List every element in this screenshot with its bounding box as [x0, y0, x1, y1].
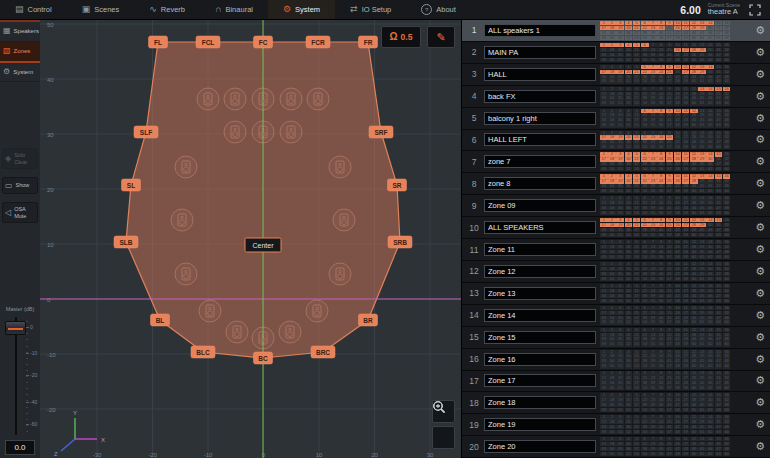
matrix-cell[interactable]: 39: [649, 228, 657, 232]
matrix-cell[interactable]: 43: [682, 184, 690, 188]
matrix-cell[interactable]: 10: [674, 152, 682, 156]
matrix-cell[interactable]: 31: [715, 157, 723, 161]
matrix-cell[interactable]: 14: [706, 65, 714, 69]
matrix-cell[interactable]: 43: [682, 359, 690, 363]
matrix-cell[interactable]: 32: [723, 26, 731, 30]
matrix-cell[interactable]: 61: [698, 452, 706, 456]
matrix-cell[interactable]: 44: [690, 75, 698, 79]
matrix-cell[interactable]: 61: [698, 145, 706, 149]
matrix-cell[interactable]: 53: [633, 36, 641, 40]
matrix-cell[interactable]: 40: [657, 337, 665, 341]
matrix-cell[interactable]: 13: [698, 65, 706, 69]
matrix-cell[interactable]: 43: [682, 403, 690, 407]
matrix-cell[interactable]: 59: [682, 320, 690, 324]
matrix-cell[interactable]: 64: [723, 211, 731, 215]
matrix-cell[interactable]: 64: [723, 58, 731, 62]
matrix-cell[interactable]: 39: [649, 53, 657, 57]
matrix-cell[interactable]: 30: [706, 135, 714, 139]
matrix-cell[interactable]: 20: [625, 442, 633, 446]
matrix-cell[interactable]: 27: [682, 92, 690, 96]
matrix-cell[interactable]: 58: [674, 79, 682, 83]
matrix-cell[interactable]: 32: [723, 442, 731, 446]
matrix-cell[interactable]: 47: [715, 206, 723, 210]
matrix-cell[interactable]: 51: [616, 211, 624, 215]
matrix-cell[interactable]: 20: [625, 70, 633, 74]
matrix-cell[interactable]: 49: [600, 79, 608, 83]
matrix-cell[interactable]: 37: [633, 425, 641, 429]
zone-name-input[interactable]: [484, 440, 596, 453]
matrix-cell[interactable]: 21: [633, 333, 641, 337]
tab-io-setup[interactable]: ⇄IO Setup: [335, 0, 406, 19]
matrix-cell[interactable]: 31: [715, 398, 723, 402]
matrix-cell[interactable]: 12: [690, 174, 698, 178]
matrix-cell[interactable]: 4: [625, 240, 633, 244]
matrix-cell[interactable]: 6: [641, 393, 649, 397]
matrix-cell[interactable]: 57: [666, 101, 674, 105]
matrix-cell[interactable]: 38: [641, 294, 649, 298]
matrix-cell[interactable]: 50: [608, 320, 616, 324]
matrix-cell[interactable]: 56: [657, 58, 665, 62]
matrix-cell[interactable]: 51: [616, 452, 624, 456]
matrix-cell[interactable]: 57: [666, 211, 674, 215]
matrix-cell[interactable]: 51: [616, 255, 624, 259]
matrix-cell[interactable]: 54: [641, 101, 649, 105]
speaker-label-br[interactable]: BR: [359, 314, 378, 326]
matrix-cell[interactable]: 8: [657, 152, 665, 156]
matrix-cell[interactable]: 53: [633, 364, 641, 368]
matrix-cell[interactable]: 7: [649, 240, 657, 244]
matrix-cell[interactable]: 54: [641, 320, 649, 324]
matrix-cell[interactable]: 2: [608, 284, 616, 288]
matrix-cell[interactable]: 43: [682, 96, 690, 100]
matrix-cell[interactable]: 32: [723, 70, 731, 74]
matrix-cell[interactable]: 29: [698, 442, 706, 446]
matrix-cell[interactable]: 21: [633, 70, 641, 74]
matrix-cell[interactable]: 35: [616, 184, 624, 188]
matrix-cell[interactable]: 11: [682, 131, 690, 135]
tool-osa-mute[interactable]: ◁OSA Mute: [2, 202, 38, 223]
matrix-cell[interactable]: 40: [657, 294, 665, 298]
matrix-cell[interactable]: 20: [625, 179, 633, 183]
matrix-cell[interactable]: 21: [633, 420, 641, 424]
matrix-cell[interactable]: 54: [641, 364, 649, 368]
matrix-cell[interactable]: 51: [616, 233, 624, 237]
matrix-cell[interactable]: 11: [682, 371, 690, 375]
matrix-cell[interactable]: 7: [649, 350, 657, 354]
fullscreen-button[interactable]: [747, 3, 763, 16]
matrix-cell[interactable]: 3: [616, 174, 624, 178]
matrix-cell[interactable]: 61: [698, 320, 706, 324]
matrix-cell[interactable]: 17: [600, 398, 608, 402]
matrix-cell[interactable]: 9: [666, 131, 674, 135]
zone-settings-gear-icon[interactable]: ⚙: [755, 332, 765, 343]
matrix-cell[interactable]: 10: [674, 65, 682, 69]
matrix-cell[interactable]: 4: [625, 131, 633, 135]
matrix-cell[interactable]: 23: [649, 420, 657, 424]
matrix-cell[interactable]: 59: [682, 299, 690, 303]
zone-settings-gear-icon[interactable]: ⚙: [755, 134, 765, 145]
matrix-cell[interactable]: 20: [625, 201, 633, 205]
matrix-cell[interactable]: 50: [608, 408, 616, 412]
zone-settings-gear-icon[interactable]: ⚙: [755, 397, 765, 408]
matrix-cell[interactable]: 39: [649, 162, 657, 166]
matrix-cell[interactable]: 40: [657, 425, 665, 429]
matrix-cell[interactable]: 50: [608, 299, 616, 303]
matrix-cell[interactable]: 6: [641, 371, 649, 375]
matrix-cell[interactable]: 44: [690, 447, 698, 451]
matrix-cell[interactable]: 10: [674, 350, 682, 354]
matrix-cell[interactable]: 32: [723, 267, 731, 271]
matrix-cell[interactable]: 5: [633, 371, 641, 375]
matrix-cell[interactable]: 50: [608, 342, 616, 346]
matrix-cell[interactable]: 22: [641, 354, 649, 358]
matrix-cell[interactable]: 24: [657, 333, 665, 337]
matrix-cell[interactable]: 52: [625, 364, 633, 368]
matrix-cell[interactable]: 33: [600, 447, 608, 451]
matrix-cell[interactable]: 44: [690, 118, 698, 122]
matrix-cell[interactable]: 35: [616, 447, 624, 451]
matrix-cell[interactable]: 27: [682, 26, 690, 30]
matrix-cell[interactable]: 39: [649, 447, 657, 451]
matrix-cell[interactable]: 43: [682, 250, 690, 254]
matrix-cell[interactable]: 8: [657, 109, 665, 113]
matrix-cell[interactable]: 7: [649, 196, 657, 200]
matrix-cell[interactable]: 1: [600, 87, 608, 91]
matrix-cell[interactable]: 43: [682, 337, 690, 341]
matrix-cell[interactable]: 51: [616, 408, 624, 412]
